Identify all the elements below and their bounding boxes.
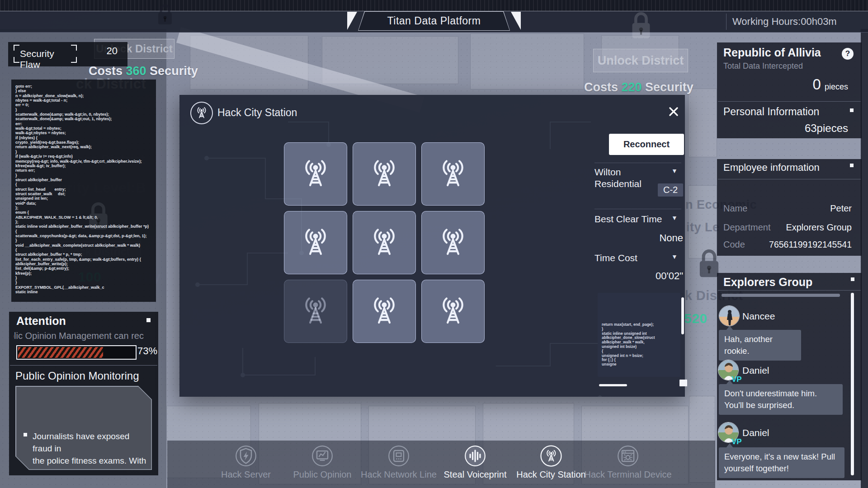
lock-icon — [629, 10, 653, 41]
mini-code-lines: return max(start, end_page);}static inli… — [602, 323, 680, 367]
divider — [718, 179, 861, 179]
modal-scrollbar-horizontal[interactable] — [599, 384, 627, 386]
chat-scrollbar-vertical[interactable] — [851, 293, 854, 475]
station-tile[interactable] — [353, 142, 416, 206]
chat-message: Everyone, it's a new task! Pull yourself… — [719, 447, 844, 478]
action-toolbar: Hack Server Public Opinion Hack Network … — [167, 441, 715, 488]
toolbar-item-hack-terminal-device[interactable]: Hack Terminal Device — [590, 445, 666, 480]
top-bar-divider — [726, 14, 726, 30]
station-tile[interactable] — [421, 280, 485, 343]
republic-title: Republic of Allivia — [723, 46, 821, 59]
unlock-cost-right: Costs 220 Security — [584, 80, 693, 94]
chevron-down-icon[interactable]: ▼ — [671, 167, 678, 174]
group-chat-panel: Explorers Group Nancee Hah, another rook… — [717, 273, 862, 480]
divider — [594, 163, 681, 163]
toolbar-item-steal-voiceprint[interactable]: Steal Voiceprint — [437, 445, 514, 480]
chat-top-scrollbar[interactable] — [722, 294, 840, 297]
hack-city-station-modal: Hack City Station Reconnect Wilton Resid… — [179, 95, 685, 397]
employee-row-value: 76561199192145541 — [769, 239, 852, 250]
network-port-icon — [388, 445, 410, 467]
district-name-line2: Residential — [594, 178, 667, 190]
employee-row-label: Name — [723, 203, 747, 214]
shield-bolt-icon — [235, 445, 257, 467]
working-hours: Working Hours:00h03m — [732, 11, 862, 32]
toolbar-item-hack-network-line[interactable]: Hack Network Line — [360, 445, 437, 480]
station-tile[interactable] — [284, 211, 347, 274]
personal-info-amount: 63pieces — [805, 122, 848, 135]
costs-value: 220 — [622, 80, 642, 94]
costs-prefix: Costs — [584, 80, 622, 94]
republic-panel: Republic of Allivia ? Total Data Interce… — [717, 42, 862, 138]
station-grid — [284, 142, 485, 343]
chevron-down-icon[interactable]: ▼ — [671, 253, 678, 260]
group-heading: Explorers Group — [723, 276, 812, 289]
attention-panel: Attention blic Opinion Management can re… — [9, 312, 158, 475]
map-block — [688, 89, 717, 157]
close-icon[interactable] — [666, 104, 681, 119]
employee-panel: Employee information Name Peter Departme… — [717, 159, 862, 256]
news-frame: Journalists have exposed fraud inthe pol… — [15, 386, 152, 470]
toolbar-item-label: Hack City Station — [516, 469, 585, 480]
toolbar-item-public-opinion[interactable]: Public Opinion — [284, 445, 361, 480]
background-label: 520 — [684, 311, 708, 326]
security-flaw-value: 20 — [107, 45, 118, 57]
map-block — [470, 33, 584, 89]
toolbar-item-label: Public Opinion — [293, 469, 352, 480]
chat-sender-name: Daniel — [742, 427, 769, 438]
mini-code-box: return max(start, end_page);}static inli… — [598, 293, 680, 377]
employee-row-label: Code — [723, 239, 745, 250]
employee-row-value: Peter — [830, 203, 852, 214]
station-tile[interactable] — [284, 142, 347, 206]
panel-corner-square — [146, 318, 151, 322]
opinion-progress-fill — [18, 347, 103, 358]
opinion-progress-bar — [16, 345, 137, 360]
modal-scroll-handle[interactable] — [679, 380, 687, 386]
divider — [10, 365, 157, 366]
chevron-down-icon[interactable]: ▼ — [671, 214, 678, 221]
panel-corner-square — [850, 164, 854, 167]
top-bar: Titan Data Platform Working Hours:00h03m — [0, 11, 868, 33]
station-tile[interactable] — [353, 211, 416, 274]
best-clear-time-value: None — [594, 232, 683, 244]
avatar — [719, 305, 740, 326]
lock-icon — [156, 3, 174, 26]
employee-row-label: Department — [723, 222, 771, 233]
panel-corner-square — [850, 108, 854, 112]
public-opinion-heading: Public Opinion Monitoring — [15, 370, 139, 382]
station-tile[interactable] — [421, 142, 485, 206]
grid-code-badge: C-2 — [658, 183, 683, 197]
unlock-district-button-right[interactable]: Unlock District — [593, 49, 688, 72]
count-unit: pieces — [825, 82, 848, 92]
station-icon — [190, 102, 213, 124]
terminal-bug-icon — [617, 445, 639, 467]
lock-icon — [86, 200, 111, 232]
costs-value: 360 — [126, 64, 146, 78]
station-tile[interactable] — [421, 211, 485, 274]
background-label: ity Le — [686, 221, 720, 235]
chat-sender-name: Nancee — [742, 311, 775, 322]
game-screen: Security Level:A ck District Business Di… — [0, 0, 868, 488]
security-flaw-panel: Security Flaw 20 — [8, 42, 127, 66]
security-flaw-label: Security Flaw — [20, 48, 77, 70]
time-cost-label[interactable]: Time Cost — [594, 252, 637, 264]
mini-code-scrollbar-vertical[interactable] — [681, 297, 684, 334]
employee-heading: Employee information — [723, 162, 820, 174]
district-selector[interactable]: Wilton Residential — [594, 166, 667, 190]
reconnect-button[interactable]: Reconnect — [609, 134, 684, 155]
attention-heading: Attention — [16, 314, 66, 328]
chat-sender-name: Daniel — [742, 365, 769, 376]
antenna-icon — [540, 445, 562, 467]
employee-row-value: Explorers Group — [786, 222, 852, 233]
waveform-icon — [464, 445, 486, 467]
help-icon[interactable]: ? — [842, 48, 854, 60]
best-clear-time-label[interactable]: Best Clear Time — [594, 213, 662, 225]
divider — [594, 209, 681, 209]
toolbar-item-hack-server[interactable]: Hack Server — [208, 445, 284, 480]
costs-suffix: Security — [642, 80, 693, 94]
toolbar-item-label: Hack Server — [221, 469, 271, 480]
republic-subtitle: Total Data Intercepted — [723, 61, 803, 71]
station-tile[interactable] — [284, 280, 347, 343]
data-intercepted-count: 0 pieces — [813, 76, 848, 93]
station-tile[interactable] — [353, 280, 416, 343]
toolbar-item-hack-city-station[interactable]: Hack City Station — [513, 445, 590, 480]
